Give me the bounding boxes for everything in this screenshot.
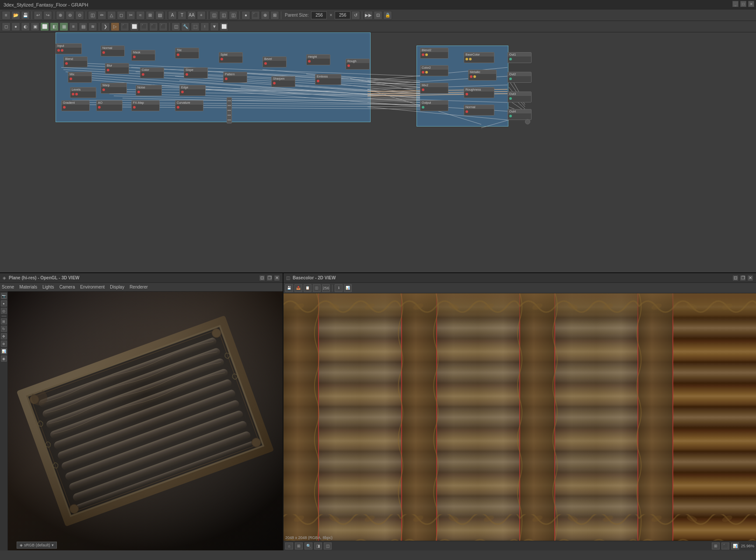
2d-fit-btn[interactable]: ◫ xyxy=(313,284,321,292)
mode-btn-3[interactable]: ◐ xyxy=(21,22,30,31)
menu-lights[interactable]: Lights xyxy=(42,285,54,289)
mode-btn-10[interactable]: ≋ xyxy=(88,22,97,31)
graph-node[interactable]: Levels xyxy=(70,87,96,98)
open-button[interactable]: 📂 xyxy=(11,11,20,20)
save-button[interactable]: 💾 xyxy=(21,11,30,20)
mode-btn-2[interactable]: ● xyxy=(11,22,20,31)
graph-node[interactable]: Normal xyxy=(101,46,125,56)
graph-node[interactable]: Rough xyxy=(346,59,370,70)
grid-button[interactable]: ⊞ xyxy=(146,11,154,20)
minimize-button[interactable]: _ xyxy=(732,1,738,7)
graph-node[interactable]: Curvature xyxy=(175,100,203,111)
panel-3d-float-button[interactable]: ⊡ xyxy=(259,275,265,281)
t-button[interactable]: T xyxy=(178,11,186,20)
2d-bottom-channels-btn[interactable]: ◨ xyxy=(314,542,322,549)
channels-btn[interactable]: ⬛ xyxy=(721,542,729,549)
menu-renderer[interactable]: Renderer xyxy=(130,285,148,289)
dot-btn[interactable]: ● xyxy=(242,11,250,20)
settings-button[interactable]: 🔧 xyxy=(181,22,190,31)
mode-btn-15[interactable]: ⬛ xyxy=(140,22,148,31)
viewport-3d[interactable]: ◈ sRGB (default) ▾ xyxy=(8,292,283,550)
tool-light[interactable]: ● xyxy=(1,300,7,306)
graph-node[interactable]: Height xyxy=(306,54,330,65)
aa-button[interactable]: AA xyxy=(187,11,196,20)
tool-chart[interactable]: 📊 xyxy=(1,348,7,354)
grid-snap-button[interactable]: ⬚ xyxy=(191,22,200,31)
dot-btn-2[interactable]: ⬛ xyxy=(251,11,260,20)
texture-viewport[interactable]: 2048 x 2048 (RGBA, 8bpc) xyxy=(284,293,756,541)
graph-node-end[interactable] xyxy=(525,119,530,124)
rect-button[interactable]: ◻ xyxy=(117,11,126,20)
graph-node[interactable]: FX-Map xyxy=(131,100,160,111)
snap-button[interactable]: ⊡ xyxy=(374,11,382,20)
2d-export-btn[interactable]: 📤 xyxy=(294,284,302,292)
mode-btn-12[interactable]: ▷ xyxy=(111,22,119,31)
tool-move[interactable]: ✥ xyxy=(1,333,7,339)
frame-add-button[interactable]: ◫ xyxy=(172,22,180,31)
mode-btn-13[interactable]: ⬛ xyxy=(120,22,129,31)
view-btn-1[interactable]: ◫ xyxy=(210,11,218,20)
zoom-out-button[interactable]: ⊖ xyxy=(66,11,74,20)
graph-node[interactable]: Emboss xyxy=(315,74,341,85)
srgb-selector[interactable]: ◈ sRGB (default) ▾ xyxy=(17,542,57,549)
graph-node[interactable]: AO xyxy=(96,100,122,111)
graph-canvas[interactable]: Input Blend Mix Levels Gradient Normal B… xyxy=(0,32,756,292)
graph-node[interactable]: Out2 xyxy=(508,72,532,83)
graph-node[interactable]: Out4 xyxy=(508,109,532,120)
graph-editor[interactable]: Input Blend Mix Levels Gradient Normal B… xyxy=(0,32,756,292)
maximize-button[interactable]: □ xyxy=(740,1,746,7)
parent-size-input-h[interactable] xyxy=(335,11,350,19)
tool-env[interactable]: ◎ xyxy=(1,308,7,314)
mode-btn-9[interactable]: ▤ xyxy=(79,22,88,31)
link-btn[interactable]: ⊞ xyxy=(270,11,279,20)
tool-camera[interactable]: 📷 xyxy=(1,293,7,299)
anchor-btn[interactable]: ⊕ xyxy=(261,11,270,20)
mode-btn-5[interactable]: ⬜ xyxy=(40,22,49,31)
menu-scene[interactable]: Scene xyxy=(2,285,14,289)
mode-btn-11[interactable]: ❯ xyxy=(101,22,110,31)
graph-node[interactable]: Metallic xyxy=(468,70,497,81)
frames-button[interactable]: ▶▶ xyxy=(364,11,373,20)
close-button[interactable]: ✕ xyxy=(748,1,754,7)
graph-node[interactable]: Input xyxy=(56,43,82,54)
frame-button[interactable]: ◫ xyxy=(88,11,97,20)
graph-node[interactable]: Bevel xyxy=(262,56,287,67)
lock-button[interactable]: 🔒 xyxy=(383,11,392,20)
down-button[interactable]: ▼ xyxy=(210,22,219,31)
mode-btn-4[interactable]: ▣ xyxy=(31,22,39,31)
graph-node[interactable]: Blend2 xyxy=(420,48,448,59)
2d-bottom-zoom-btn[interactable]: 🔍 xyxy=(304,542,312,549)
tool-rotate[interactable]: ↻ xyxy=(1,326,7,332)
expand-button[interactable]: ⬜ xyxy=(220,22,228,31)
graph-node[interactable]: Blend xyxy=(63,56,88,67)
mode-btn-1[interactable]: ◻ xyxy=(2,22,10,31)
graph-node[interactable]: Color2 xyxy=(420,65,448,76)
grid-toggle-btn[interactable]: ⊞ xyxy=(712,542,720,549)
zoom-in-button[interactable]: ⊕ xyxy=(56,11,65,20)
2d-save-btn[interactable]: 💾 xyxy=(285,284,293,292)
graph-node[interactable]: Sharpen xyxy=(271,76,295,87)
graph-node[interactable]: Tile xyxy=(175,48,199,59)
rows-button[interactable]: ▤ xyxy=(155,11,164,20)
graph-node[interactable]: Out3 xyxy=(508,92,532,102)
2d-stats-btn[interactable]: 📊 xyxy=(344,284,352,292)
panel-3d-close-button[interactable]: ✕ xyxy=(274,275,280,281)
a-button[interactable]: A xyxy=(168,11,177,20)
panel-2d-float-button[interactable]: ⊡ xyxy=(732,275,738,281)
mode-btn-16[interactable]: ⬛ xyxy=(149,22,158,31)
graph-node[interactable]: Output xyxy=(420,100,448,111)
menu-camera[interactable]: Camera xyxy=(60,285,75,289)
graph-node[interactable]: Out1 xyxy=(508,52,532,63)
tool-grid[interactable]: ⊞ xyxy=(1,318,7,324)
graph-node[interactable]: Splat xyxy=(219,52,243,63)
mode-btn-17[interactable]: ⬛ xyxy=(159,22,168,31)
graph-node[interactable]: Slope xyxy=(184,67,208,78)
2d-bottom-grid-btn[interactable]: ⊞ xyxy=(295,542,303,549)
view-btn-2[interactable]: ◫ xyxy=(219,11,228,20)
redo-button[interactable]: ↪ xyxy=(43,11,52,20)
menu-button[interactable]: ≡ xyxy=(2,11,10,20)
menu-environment[interactable]: Environment xyxy=(80,285,105,289)
mode-btn-6[interactable]: ◧ xyxy=(50,22,59,31)
panel-2d-max-button[interactable]: ❐ xyxy=(740,275,746,281)
mode-btn-14[interactable]: ⬜ xyxy=(130,22,139,31)
